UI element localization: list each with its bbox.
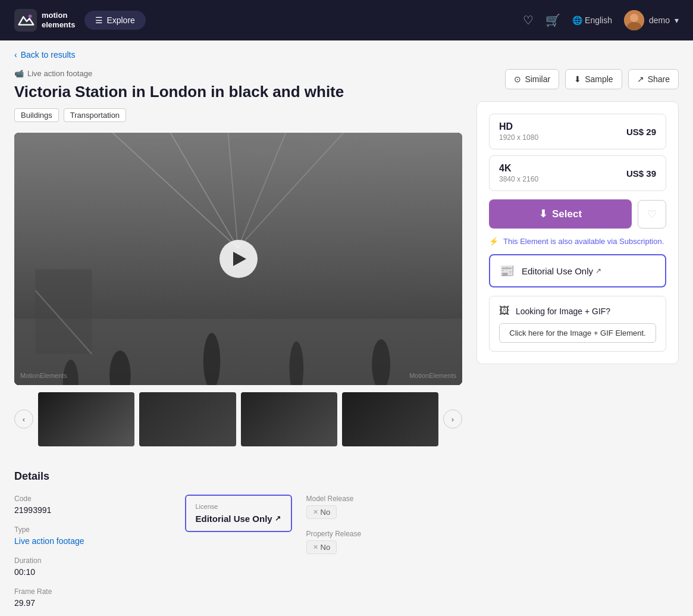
details-left: Code 21993991 Type Live action footage D… — [14, 495, 171, 616]
property-release-label: Property Release — [306, 530, 463, 538]
play-triangle-icon — [233, 252, 246, 266]
type-value: Live action footage — [14, 536, 171, 546]
wishlist-button[interactable]: ♡ — [638, 200, 666, 229]
back-to-results-link[interactable]: ‹ Back to results — [14, 50, 679, 60]
prev-thumb-button[interactable]: ‹ — [14, 409, 33, 429]
subscription-note: ⚡ This Element is also available via Sub… — [489, 237, 666, 246]
cart-icon: 🛒 — [545, 14, 560, 27]
svg-point-3 — [630, 14, 638, 22]
navbar: motion elements ☰ Explore ♡ 🛒 🌐 English — [0, 0, 693, 40]
license-box[interactable]: License Editorial Use Only ↗ — [185, 495, 292, 532]
hd-price: US$ 29 — [626, 127, 656, 137]
wishlist-nav-button[interactable]: ♡ — [523, 13, 534, 27]
share-icon: ↗ — [637, 74, 644, 84]
svg-rect-17 — [36, 270, 92, 354]
logo-text: motion — [42, 11, 75, 20]
gif-section: 🖼 Looking for Image + GIF? Click here fo… — [489, 296, 666, 352]
4k-option[interactable]: 4K 3840 x 2160 US$ 39 — [489, 155, 666, 191]
logo-text2: elements — [42, 20, 75, 30]
language-button[interactable]: 🌐 English — [572, 15, 612, 25]
details-section: Details Code 21993991 Type Live action f… — [14, 470, 462, 616]
logo[interactable]: motion elements — [14, 9, 75, 32]
action-buttons-row: ⊙ Similar ⬇ Sample ↗ Share — [476, 69, 679, 89]
code-label: Code — [14, 495, 171, 503]
model-release-label: Model Release — [306, 495, 463, 503]
svg-point-1 — [29, 15, 32, 18]
page-wrapper: ‹ Back to results 📹 Live action footage … — [0, 40, 693, 616]
tag-transportation[interactable]: Transportation — [64, 108, 126, 122]
model-release-badge: ✕ No — [306, 505, 337, 519]
video-icon: 📹 — [14, 69, 24, 78]
license-value: Editorial Use Only ↗ — [196, 514, 281, 524]
globe-icon: 🌐 — [572, 15, 582, 25]
select-button[interactable]: ⬇ Select — [489, 199, 632, 229]
hd-label: HD — [499, 121, 538, 132]
page-title: Victoria Station in London in black and … — [14, 83, 462, 101]
gif-title: Looking for Image + GIF? — [516, 307, 610, 316]
type-label: Type — [14, 526, 171, 534]
type-row: Type Live action footage — [14, 526, 171, 546]
gif-heading: 🖼 Looking for Image + GIF? — [499, 305, 656, 317]
thumbnails-row: ‹ › — [14, 392, 462, 446]
editorial-text: Editorial Use Only ↗ — [522, 266, 601, 276]
details-grid: Code 21993991 Type Live action footage D… — [14, 495, 462, 616]
editorial-icon: 📰 — [500, 264, 515, 278]
select-row: ⬇ Select ♡ — [489, 199, 666, 229]
chevron-down-icon: ▾ — [675, 15, 679, 25]
cart-button[interactable]: 🛒 — [545, 13, 560, 27]
duration-label: Duration — [14, 556, 171, 565]
nav-right: ♡ 🛒 🌐 English demo ▾ — [523, 10, 679, 30]
hd-dimensions: 1920 x 1080 — [499, 133, 538, 142]
thumbnail-1[interactable] — [38, 392, 134, 446]
explore-button[interactable]: ☰ Explore — [84, 11, 145, 30]
thumbnail-3[interactable] — [241, 392, 337, 446]
external-link-editorial-icon: ↗ — [595, 267, 601, 275]
content-area: 📹 Live action footage Victoria Station i… — [14, 69, 679, 616]
video-player: MotionElements MotionElements — [14, 133, 462, 385]
tag-buildings[interactable]: Buildings — [14, 108, 59, 122]
play-button[interactable] — [219, 240, 258, 278]
tags-row: Buildings Transportation — [14, 108, 462, 122]
pricing-card: HD 1920 x 1080 US$ 29 4K 3840 x 2160 US$… — [476, 101, 679, 364]
editorial-use-box[interactable]: 📰 Editorial Use Only ↗ — [489, 254, 666, 287]
right-sidebar: ⊙ Similar ⬇ Sample ↗ Share HD 1920 x — [476, 69, 679, 364]
duration-row: Duration 00:10 — [14, 556, 171, 577]
similar-button[interactable]: ⊙ Similar — [505, 69, 559, 89]
heart-icon: ♡ — [647, 208, 657, 221]
license-label: License — [196, 503, 281, 510]
4k-option-left: 4K 3840 x 2160 — [499, 163, 538, 183]
thumbnails-list — [38, 392, 438, 446]
chevron-left-icon: ‹ — [14, 50, 17, 60]
duration-value: 00:10 — [14, 567, 171, 577]
next-thumb-button[interactable]: › — [443, 409, 462, 429]
similar-icon: ⊙ — [514, 74, 521, 84]
lightning-icon: ⚡ — [489, 237, 498, 246]
property-release-badge: ✕ No — [306, 540, 337, 554]
model-release-row: Model Release ✕ No — [306, 495, 463, 519]
frame-rate-value: 29.97 — [14, 598, 171, 608]
license-section: License Editorial Use Only ↗ — [185, 495, 292, 532]
4k-label: 4K — [499, 163, 538, 174]
watermark: MotionElements — [20, 372, 67, 379]
hd-option[interactable]: HD 1920 x 1080 US$ 29 — [489, 114, 666, 149]
left-column: 📹 Live action footage Victoria Station i… — [14, 69, 462, 616]
download-icon: ⬇ — [574, 74, 581, 84]
external-link-icon: ↗ — [275, 514, 281, 523]
property-release-row: Property Release ✕ No — [306, 530, 463, 554]
avatar — [624, 10, 644, 30]
hamburger-icon: ☰ — [95, 15, 103, 25]
4k-dimensions: 3840 x 2160 — [499, 175, 538, 183]
thumbnail-2[interactable] — [139, 392, 236, 446]
download-select-icon: ⬇ — [539, 208, 547, 220]
heart-icon: ♡ — [523, 14, 534, 27]
thumbnail-4[interactable] — [342, 392, 438, 446]
sample-button[interactable]: ⬇ Sample — [565, 69, 622, 89]
gif-element-button[interactable]: Click here for the Image + GIF Element. — [499, 323, 656, 343]
share-button[interactable]: ↗ Share — [628, 69, 679, 89]
code-value: 21993991 — [14, 505, 171, 515]
code-row: Code 21993991 — [14, 495, 171, 515]
user-menu-button[interactable]: demo ▾ — [624, 10, 679, 30]
frame-rate-label: Frame Rate — [14, 587, 171, 596]
media-type-label: 📹 Live action footage — [14, 69, 462, 78]
details-title: Details — [14, 470, 462, 483]
